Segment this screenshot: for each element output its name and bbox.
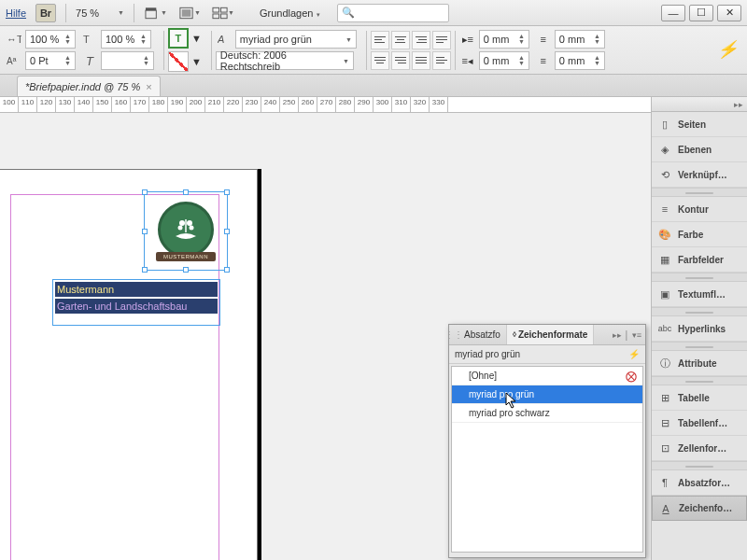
skew-field[interactable]: ▲▼	[101, 51, 154, 70]
workspace-switcher[interactable]: Grundlagen ▾	[256, 7, 328, 19]
panel-charstyles[interactable]: AZeichenfo…	[652, 496, 747, 521]
hscale-icon: ↔T	[6, 31, 22, 48]
panel-layers[interactable]: ◈Ebenen	[652, 137, 747, 162]
align-spine-button[interactable]	[432, 51, 451, 70]
fill-color-button[interactable]: T	[168, 28, 189, 49]
panel-swatches[interactable]: ▦Farbfelder	[652, 247, 747, 273]
clear-override-icon[interactable]: ⨂	[626, 370, 637, 383]
charstyle-field[interactable]: myriad pro grün▼	[235, 30, 357, 49]
text-line2: Garten- und Landschaftsbau	[55, 299, 218, 314]
minimize-button[interactable]: —	[661, 5, 685, 21]
indent-left-icon: ▸≡	[459, 31, 476, 48]
space-before-field[interactable]: 0 mm▲▼	[555, 30, 605, 49]
svg-point-14	[178, 225, 183, 230]
align-left-button[interactable]	[371, 31, 389, 49]
stroke-icon: ≡	[657, 202, 672, 217]
panel-pages[interactable]: ▯Seiten	[652, 112, 747, 137]
svg-rect-1	[146, 7, 156, 10]
panel-hyperlinks[interactable]: abcHyperlinks	[652, 316, 747, 342]
panel-collapse-icon[interactable]: ▸▸ │ ▾≡	[609, 330, 645, 340]
svg-rect-0	[146, 10, 156, 19]
justify-center-button[interactable]	[371, 51, 389, 70]
skew-icon: T	[81, 52, 98, 69]
vscale-field[interactable]: 100 %▲▼	[101, 30, 151, 49]
quick-apply-icon[interactable]: ⚡	[628, 349, 640, 359]
vscale-icon: T	[81, 31, 98, 48]
panel-links[interactable]: ⟲Verknüpf…	[652, 162, 747, 188]
style-item-black[interactable]: myriad pro schwarz	[452, 404, 642, 423]
table-icon: ⊞	[657, 390, 672, 405]
align-right-button[interactable]	[412, 31, 430, 49]
tablestyles-icon: ⊟	[657, 415, 672, 430]
stroke-color-button[interactable]	[168, 51, 189, 72]
side-panel-dock: ▸▸ ▯Seiten ◈Ebenen ⟲Verknüpf… ≡Kontur 🎨F…	[651, 97, 747, 560]
justify-left-button[interactable]	[432, 31, 451, 49]
screen-mode-icon[interactable]: ▼	[177, 3, 202, 23]
panel-attributes[interactable]: ⓘAttribute	[652, 351, 747, 376]
style-item-green[interactable]: myriad pro grün	[452, 385, 642, 404]
help-menu[interactable]: Hilfe	[6, 7, 26, 19]
indent-right-field[interactable]: 0 mm▲▼	[479, 51, 529, 70]
panel-stroke[interactable]: ≡Kontur	[652, 197, 747, 222]
close-button[interactable]: ✕	[717, 5, 741, 21]
svg-rect-4	[213, 7, 219, 12]
separator	[211, 31, 212, 70]
panel-grip-icon[interactable]: ⋮⋮	[449, 329, 458, 340]
svg-text:↔T: ↔T	[7, 34, 21, 45]
svg-text:T: T	[83, 34, 90, 45]
indent-right-icon: ≡◂	[459, 52, 476, 69]
panel-table[interactable]: ⊞Tabelle	[652, 385, 747, 411]
space-after-icon: ≡	[535, 52, 552, 69]
style-item-none[interactable]: [Ohne]⨂	[452, 367, 642, 385]
svg-point-15	[190, 225, 194, 230]
layers-icon: ◈	[657, 142, 672, 157]
text-line1: Mustermann	[55, 282, 218, 297]
hscale-field[interactable]: 100 %▲▼	[25, 30, 76, 49]
justify-right-button[interactable]	[391, 51, 410, 70]
attributes-icon: ⓘ	[657, 356, 672, 371]
arrange-docs-icon[interactable]: ▼	[211, 3, 235, 23]
logo-frame[interactable]: MUSTERMANN	[144, 191, 228, 271]
search-icon: 🔍	[342, 7, 355, 19]
panel-tab-paragraph[interactable]: Absatzfo	[458, 325, 507, 344]
hyperlinks-icon: abc	[657, 321, 672, 336]
panel-tab-character[interactable]: ◊Zeichenformate	[507, 325, 594, 344]
maximize-button[interactable]: ☐	[689, 5, 713, 21]
bridge-button[interactable]: Br	[35, 4, 56, 22]
document-tab[interactable]: *Briefpapier.indd @ 75 % ×	[17, 76, 161, 96]
dock-collapse-icon[interactable]: ▸▸	[652, 97, 747, 112]
baseline-icon: Aª	[6, 52, 22, 69]
fill-dd[interactable]: ▼	[191, 33, 202, 44]
tab-label: *Briefpapier.indd @ 75 %	[25, 81, 140, 92]
panel-parastyles[interactable]: ¶Absatzfor…	[652, 470, 747, 496]
parastyles-icon: ¶	[657, 475, 672, 490]
current-style-label: myriad pro grün	[455, 349, 520, 359]
tab-close-icon[interactable]: ×	[146, 81, 151, 92]
search-field[interactable]: 🔍	[337, 4, 449, 22]
justify-all-button[interactable]	[412, 51, 430, 70]
panel-cellstyles[interactable]: ⊡Zellenfor…	[652, 436, 747, 461]
swatches-icon: ▦	[657, 252, 672, 267]
indent-left-field[interactable]: 0 mm▲▼	[479, 30, 529, 49]
svg-point-13	[187, 220, 192, 226]
align-center-button[interactable]	[391, 31, 410, 49]
sep	[65, 4, 66, 22]
panel-textwrap[interactable]: ▣Textumfl…	[652, 282, 747, 307]
text-frame[interactable]: Mustermann Garten- und Landschaftsbau	[52, 279, 220, 326]
stroke-dd[interactable]: ▼	[191, 56, 202, 67]
space-before-icon: ≡	[535, 31, 552, 48]
view-options-icon[interactable]: ▼	[144, 3, 168, 23]
links-icon: ⟲	[657, 167, 672, 182]
quick-apply-icon[interactable]: ⚡	[717, 39, 738, 60]
cellstyles-icon: ⊡	[657, 441, 672, 455]
svg-rect-3	[182, 9, 190, 17]
panel-tablestyles[interactable]: ⊟Tabellenf…	[652, 411, 747, 436]
zoom-control[interactable]: 75 %▼	[76, 7, 124, 19]
baseline-field[interactable]: 0 Pt▲▼	[25, 51, 76, 70]
style-list: [Ohne]⨂ myriad pro grün myriad pro schwa…	[451, 366, 643, 553]
panel-color[interactable]: 🎨Farbe	[652, 222, 747, 247]
language-field[interactable]: Deutsch: 2006 Rechtschreib▼	[216, 51, 354, 70]
character-styles-panel[interactable]: ⋮⋮ Absatzfo ◊Zeichenformate ▸▸ │ ▾≡ myri…	[448, 324, 646, 558]
space-after-field[interactable]: 0 mm▲▼	[555, 51, 605, 70]
charstyle-icon: A	[216, 31, 233, 48]
